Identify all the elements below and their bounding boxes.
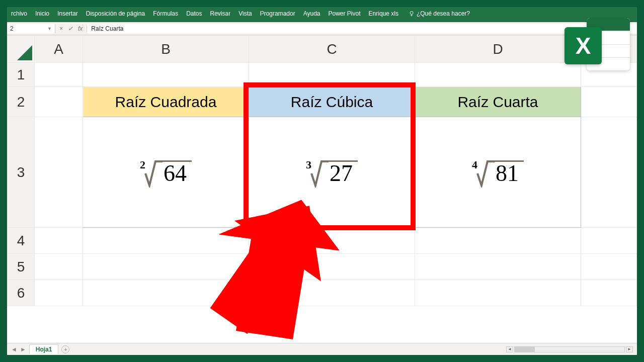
- scroll-track[interactable]: [514, 346, 625, 352]
- cell-b1[interactable]: [83, 63, 249, 87]
- name-box[interactable]: 2 ▼: [7, 24, 55, 33]
- horizontal-scrollbar[interactable]: ◄ ►: [506, 346, 633, 352]
- select-all-corner[interactable]: [8, 36, 35, 63]
- cell-e4[interactable]: [581, 228, 637, 254]
- cell-e2[interactable]: [581, 87, 637, 117]
- scroll-left-button[interactable]: ◄: [506, 346, 513, 352]
- chevron-down-icon: ▼: [47, 26, 52, 31]
- cell-c5[interactable]: [249, 254, 415, 280]
- spreadsheet-grid[interactable]: A B C D 1 2 R: [7, 35, 637, 343]
- cell-b2[interactable]: Raíz Cuadrada: [83, 87, 249, 117]
- tell-me-search[interactable]: ¿Qué desea hacer?: [409, 10, 470, 17]
- tab-archivo[interactable]: rchivo: [11, 10, 27, 17]
- radical-icon: [476, 157, 495, 188]
- add-sheet-button[interactable]: +: [61, 345, 69, 353]
- tab-nav-next[interactable]: ►: [20, 346, 26, 353]
- tell-me-label: ¿Qué desea hacer?: [417, 10, 470, 17]
- col-header-a[interactable]: A: [35, 36, 83, 63]
- cell-c4[interactable]: [249, 228, 415, 254]
- cell-e6[interactable]: [581, 280, 637, 306]
- radical-icon: [310, 157, 329, 188]
- row-header-4[interactable]: 4: [8, 228, 35, 254]
- radicand: 27: [329, 160, 358, 185]
- tab-nav-prev[interactable]: ◄: [11, 346, 17, 353]
- tab-revisar[interactable]: Revisar: [210, 10, 231, 17]
- formula-input[interactable]: Raíz Cuarta: [87, 24, 637, 33]
- tab-inicio[interactable]: Inicio: [35, 10, 49, 17]
- cell-c2[interactable]: Raíz Cúbica: [249, 87, 415, 117]
- cell-d5[interactable]: [415, 254, 581, 280]
- formula-bar: 2 ▼ × ✓ fx Raíz Cuarta: [7, 22, 637, 35]
- name-box-value: 2: [10, 25, 14, 32]
- row-header-5[interactable]: 5: [8, 254, 35, 280]
- tab-vista[interactable]: Vista: [238, 10, 252, 17]
- tab-programador[interactable]: Programador: [260, 10, 295, 17]
- ribbon: rchivo Inicio Insertar Disposición de pá…: [7, 7, 637, 22]
- tab-ayuda[interactable]: Ayuda: [303, 10, 320, 17]
- cell-a5[interactable]: [35, 254, 83, 280]
- tab-disposicion[interactable]: Disposición de página: [86, 10, 145, 17]
- tab-powerpivot[interactable]: Power Pivot: [329, 10, 361, 17]
- cell-a3[interactable]: [35, 117, 83, 228]
- cell-a6[interactable]: [35, 280, 83, 306]
- cell-b6[interactable]: [83, 280, 249, 306]
- root-expression: 4 81: [472, 157, 524, 188]
- cell-b5[interactable]: [83, 254, 249, 280]
- radical-icon: [144, 157, 163, 188]
- cell-c3[interactable]: 3 27: [249, 117, 415, 228]
- tab-enrique[interactable]: Enrique xls: [369, 10, 398, 17]
- fx-button[interactable]: fx: [78, 25, 83, 32]
- cell-a2[interactable]: [35, 87, 83, 117]
- row-header-3[interactable]: 3: [8, 117, 35, 228]
- scroll-thumb[interactable]: [515, 347, 535, 352]
- scroll-right-button[interactable]: ►: [626, 346, 633, 352]
- radicand: 64: [163, 160, 192, 185]
- cell-c6[interactable]: [249, 280, 415, 306]
- tab-insertar[interactable]: Insertar: [57, 10, 78, 17]
- row-header-2[interactable]: 2: [8, 87, 35, 117]
- col-header-b[interactable]: B: [83, 36, 249, 63]
- row-header-6[interactable]: 6: [8, 280, 35, 306]
- root-expression: 2 64: [140, 157, 192, 188]
- col-header-c[interactable]: C: [249, 36, 415, 63]
- cell-d1[interactable]: [415, 63, 581, 87]
- cell-c1[interactable]: [249, 63, 415, 87]
- sheet-tab-hoja1[interactable]: Hoja1: [29, 344, 59, 354]
- tab-formulas[interactable]: Fórmulas: [153, 10, 178, 17]
- cell-a4[interactable]: [35, 228, 83, 254]
- root-expression: 3 27: [306, 157, 358, 188]
- cell-a1[interactable]: [35, 63, 83, 87]
- cell-d2[interactable]: Raíz Cuarta: [415, 87, 581, 117]
- svg-point-0: [410, 12, 413, 15]
- excel-logo: X: [565, 14, 630, 74]
- cell-d3[interactable]: 4 81: [415, 117, 581, 228]
- cell-d6[interactable]: [415, 280, 581, 306]
- cancel-formula-button[interactable]: ×: [59, 25, 63, 32]
- lightbulb-icon: [409, 11, 415, 17]
- sheet-tab-bar: ◄ ► Hoja1 + ◄ ►: [7, 343, 637, 355]
- tab-datos[interactable]: Datos: [186, 10, 202, 17]
- excel-logo-letter: X: [565, 27, 602, 64]
- cell-d4[interactable]: [415, 228, 581, 254]
- enter-formula-button[interactable]: ✓: [68, 25, 73, 32]
- cell-e3[interactable]: [581, 117, 637, 228]
- cell-e5[interactable]: [581, 254, 637, 280]
- row-header-1[interactable]: 1: [8, 63, 35, 87]
- col-header-d[interactable]: D: [415, 36, 581, 63]
- cell-b4[interactable]: [83, 228, 249, 254]
- radicand: 81: [495, 160, 524, 185]
- cell-b3[interactable]: 2 64: [83, 117, 249, 228]
